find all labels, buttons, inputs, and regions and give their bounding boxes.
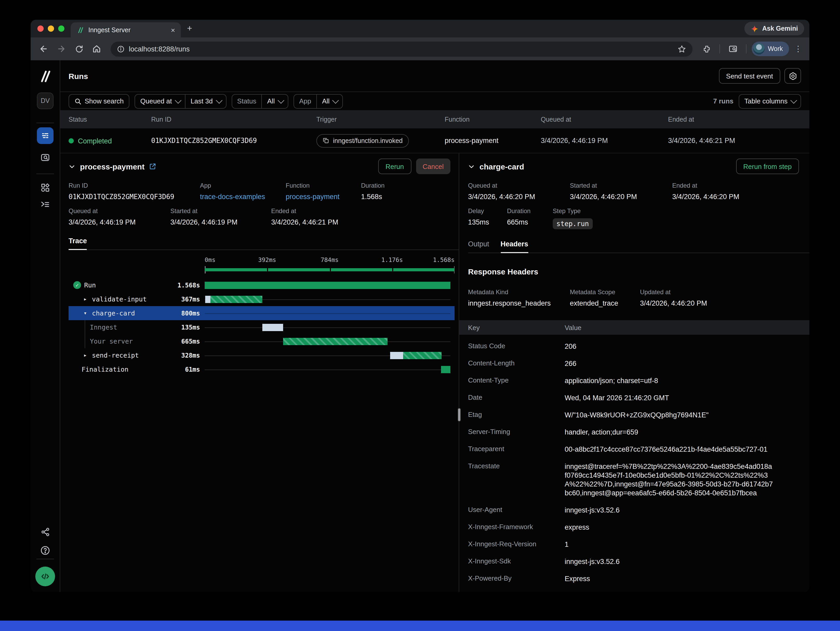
header-row: Date Wed, 04 Mar 2026 21:46:20 GMT bbox=[468, 389, 809, 406]
tab-headers[interactable]: Headers bbox=[501, 240, 528, 253]
forward-icon[interactable] bbox=[54, 41, 69, 57]
queued-at-dropdown[interactable]: Queued at bbox=[135, 94, 185, 108]
trace-span-duration: 328ms bbox=[181, 352, 200, 359]
show-search-button[interactable]: Show search bbox=[69, 94, 129, 108]
app-dropdown[interactable]: All bbox=[316, 94, 343, 108]
status-filter[interactable]: Status All bbox=[231, 94, 288, 108]
settings-button[interactable] bbox=[785, 68, 801, 84]
copy-icon[interactable] bbox=[323, 137, 329, 144]
filter-bar: Show search Queued at Last 3d Status All… bbox=[60, 92, 809, 110]
header-value[interactable]: express bbox=[565, 523, 773, 532]
home-icon[interactable] bbox=[89, 41, 104, 57]
header-value[interactable]: inngest-js:v3.52.6 bbox=[565, 506, 773, 515]
status-dropdown[interactable]: All bbox=[262, 94, 288, 108]
trace-row[interactable]: send-receipt 328ms bbox=[69, 348, 455, 362]
trace-row[interactable]: Your server 665ms bbox=[69, 334, 455, 348]
trace-track bbox=[205, 306, 450, 320]
browser-menu-icon[interactable]: ⋮ bbox=[792, 44, 804, 54]
trace-span-name: validate-input bbox=[92, 295, 147, 303]
trace-row-icon[interactable] bbox=[73, 281, 81, 289]
tab-trace[interactable]: Trace bbox=[69, 237, 87, 250]
sidebar-item-apps[interactable] bbox=[37, 179, 54, 196]
tab-output[interactable]: Output bbox=[468, 240, 489, 253]
header-value[interactable]: Wed, 04 Mar 2026 21:46:20 GMT bbox=[565, 394, 773, 402]
sidebar-item-event-search[interactable] bbox=[37, 149, 54, 166]
trace-row[interactable]: Finalization 61ms bbox=[69, 362, 455, 376]
workspace-badge[interactable]: DV bbox=[37, 93, 54, 109]
sidebar-item-stream[interactable] bbox=[37, 196, 54, 213]
close-window-button[interactable] bbox=[37, 25, 44, 32]
profile-button[interactable]: Work bbox=[752, 41, 789, 56]
close-tab-icon[interactable]: × bbox=[169, 26, 177, 34]
trace-row-icon[interactable] bbox=[82, 352, 89, 359]
inngest-favicon bbox=[77, 26, 84, 33]
share-button[interactable] bbox=[37, 523, 54, 540]
browser-tab[interactable]: Inngest Server × bbox=[71, 22, 181, 38]
header-value[interactable]: 206 bbox=[565, 342, 773, 351]
url-text[interactable]: localhost:8288/runs bbox=[129, 45, 673, 53]
header-value[interactable]: handler, action;dur=659 bbox=[565, 428, 773, 436]
header-value[interactable]: inngest@traceref=%7B%22tp%22%3A%2200-4ae… bbox=[565, 462, 773, 497]
rerun-from-step-button[interactable]: Rerun from step bbox=[736, 158, 799, 174]
ended-at-value: 3/4/2026, 4:46:21 PM bbox=[668, 137, 809, 144]
sidebar-item-runs[interactable] bbox=[37, 127, 54, 144]
bookmark-star-icon[interactable] bbox=[677, 44, 686, 53]
time-range-dropdown[interactable]: Last 3d bbox=[185, 94, 226, 108]
back-icon[interactable] bbox=[36, 41, 51, 57]
run-id-field: Run ID 01KJXD1TQCZ852GMEX0CQF3D69 bbox=[69, 182, 200, 201]
site-info-icon[interactable] bbox=[117, 45, 125, 53]
trace-row[interactable]: validate-input 367ms bbox=[69, 292, 455, 306]
pane-resize-handle[interactable] bbox=[458, 408, 461, 422]
trace-row-icon[interactable] bbox=[82, 296, 89, 302]
header-value[interactable]: inngest-js:v3.52.6 bbox=[565, 557, 773, 566]
runs-icon bbox=[41, 131, 50, 140]
header-value[interactable]: 00-a8bc2f17c4ccce87cc7376e5246a221b-f4ae… bbox=[565, 445, 773, 454]
cancel-button[interactable]: Cancel bbox=[416, 158, 450, 174]
header-value[interactable]: application/json; charset=utf-8 bbox=[565, 376, 773, 385]
time-field-filter[interactable]: Queued at Last 3d bbox=[134, 94, 226, 108]
help-button[interactable] bbox=[37, 542, 54, 559]
table-columns-dropdown[interactable]: Table columns bbox=[739, 94, 801, 108]
run-id: 01KJXD1TQCZ852GMEX0CQF3D69 bbox=[151, 137, 316, 144]
rail-divider bbox=[36, 174, 54, 174]
app-filter[interactable]: App All bbox=[294, 94, 343, 108]
header-key: User-Agent bbox=[468, 506, 565, 515]
send-test-event-button[interactable]: Send test event bbox=[719, 68, 780, 84]
trace-minimap[interactable] bbox=[205, 266, 455, 274]
run-detail-title: process-payment bbox=[80, 162, 144, 171]
minimize-window-button[interactable] bbox=[48, 25, 54, 32]
trace-row-icon[interactable] bbox=[82, 310, 89, 316]
trace-span-name: charge-card bbox=[92, 309, 135, 317]
new-tab-button[interactable]: + bbox=[181, 24, 199, 34]
function-link[interactable]: process-payment bbox=[286, 193, 361, 201]
trace-bar-solid bbox=[441, 366, 450, 373]
ask-gemini-button[interactable]: Ask Gemini bbox=[744, 22, 804, 35]
app-link[interactable]: trace-docs-examples bbox=[200, 193, 286, 201]
extensions-icon[interactable] bbox=[699, 41, 714, 57]
zoom-window-button[interactable] bbox=[58, 25, 65, 32]
rerun-button[interactable]: Rerun bbox=[378, 158, 411, 174]
header-value[interactable]: 1 bbox=[565, 540, 773, 549]
share-icon bbox=[40, 527, 50, 537]
trigger-badge[interactable]: inngest/function.invoked bbox=[316, 134, 409, 147]
external-link-icon[interactable] bbox=[149, 163, 156, 170]
header-value[interactable]: W/"10a-W8k9rUOR+zZG9xQQp8hg7694N1E" bbox=[565, 411, 773, 419]
header-value[interactable]: 266 bbox=[565, 359, 773, 368]
reload-icon[interactable] bbox=[71, 41, 87, 57]
app-header: Runs Send test event bbox=[60, 60, 809, 92]
trace-row[interactable]: Run 1.568s bbox=[69, 278, 455, 292]
dev-mode-button[interactable] bbox=[35, 566, 55, 586]
trace-track bbox=[205, 292, 450, 306]
address-bar[interactable]: localhost:8288/runs bbox=[111, 41, 692, 56]
trace-row[interactable]: charge-card 800ms bbox=[69, 306, 455, 320]
trace-row[interactable]: Inngest 135ms bbox=[69, 320, 455, 334]
header-value[interactable]: Express bbox=[565, 574, 773, 583]
step-duration-field: Duration 665ms bbox=[507, 207, 553, 229]
chevron-down-icon bbox=[278, 97, 284, 103]
collapse-chevron-icon[interactable] bbox=[69, 163, 75, 170]
run-id-value[interactable]: 01KJXD1TQCZ852GMEX0CQF3D69 bbox=[69, 193, 200, 201]
side-panel-search-icon[interactable] bbox=[725, 41, 741, 57]
window-controls[interactable] bbox=[31, 20, 71, 38]
collapse-chevron-icon[interactable] bbox=[468, 163, 475, 170]
run-table-row[interactable]: Completed 01KJXD1TQCZ852GMEX0CQF3D69 inn… bbox=[60, 128, 809, 153]
